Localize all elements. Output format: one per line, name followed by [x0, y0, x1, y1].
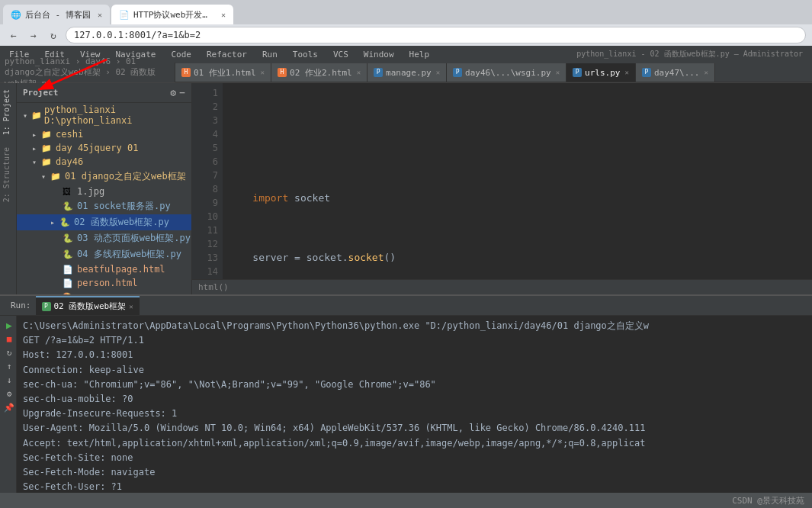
file-tree: ▾ 📁 python_lianxi D:\python_lianxi ▸ 📁 c…	[17, 103, 191, 294]
run-settings-button[interactable]: ⚙	[3, 387, 15, 400]
menu-refactor[interactable]: Refactor	[204, 50, 250, 59]
tree-label-jpg1: 1.jpg	[77, 186, 104, 197]
browser-toolbar: ← → ↻ 127.0.0.1:8001/?a=1&b=2	[0, 24, 812, 46]
tab-close-1[interactable]: ✕	[221, 11, 226, 19]
tree-item-dynamic-web[interactable]: ▸ 🐍 03 动态页面板web框架.py	[17, 230, 191, 246]
code-content[interactable]: import socket server = socket.socket() I…	[223, 83, 812, 279]
sidebar: Project ⚙ − ▾ 📁 python_lianxi D:\python_…	[17, 83, 192, 294]
browser-tab-0[interactable]: 🌐 后台台 - 博客园 ✕	[3, 5, 110, 24]
editor-tab-label-0: 01 作业1.html	[194, 67, 256, 79]
tree-arrow-root: ▾	[23, 111, 31, 120]
tree-item-day46[interactable]: ▾ 📁 day46	[17, 155, 191, 169]
sidebar-header: Project ⚙ −	[17, 83, 191, 103]
forward-button[interactable]: →	[26, 27, 41, 43]
code-editor[interactable]: 1 2 3 4 5 6 7 8 9 10 11 12 13 14 15 16 1	[192, 83, 812, 294]
tree-root[interactable]: ▾ 📁 python_lianxi D:\python_lianxi	[17, 103, 191, 127]
tab-icon-py-5: P	[642, 68, 651, 77]
refresh-button[interactable]: ↻	[46, 27, 61, 43]
editor-tab-close-2[interactable]: ✕	[436, 69, 440, 76]
editor-tab-0[interactable]: H 01 作业1.html ✕	[175, 63, 271, 82]
code-footer-text: html()	[198, 282, 229, 292]
run-tab-close[interactable]: ✕	[129, 303, 133, 310]
run-controls: ▶ ■ ↻ ↑ ↓ ⚙ 📌	[0, 316, 17, 493]
tree-item-day45[interactable]: ▸ 📁 day 45jquery 01	[17, 141, 191, 155]
status-text: CSDN @景天科技苑	[732, 495, 804, 506]
sidebar-collapse-icon[interactable]: −	[179, 87, 185, 98]
editor-tab-2[interactable]: P manage.py ✕	[367, 63, 447, 82]
tree-item-django01[interactable]: ▾ 📁 01 django之自定义web框架	[17, 169, 191, 185]
editor-tab-4[interactable]: P urls.py ✕	[566, 63, 636, 82]
tree-label-ceshi: ceshi	[56, 129, 83, 140]
tree-item-person[interactable]: ▸ 📄 person.html	[17, 276, 191, 290]
tree-label-django01: 01 django之自定义web框架	[65, 170, 186, 183]
sidebar-settings-icon[interactable]: ⚙	[170, 87, 176, 98]
side-tools: 1: Project 2: Structure	[0, 83, 17, 294]
menu-run[interactable]: Run	[259, 50, 281, 59]
run-stop-button[interactable]: ■	[3, 333, 15, 345]
run-scroll-up-button[interactable]: ↑	[3, 360, 15, 372]
editor-tab-label-5: day47\...	[654, 68, 700, 78]
window-title: python_lianxi - 02 函数版web框架.py – Adminis…	[573, 49, 806, 59]
tree-label-func-web: 02 函数版web框架.py	[74, 216, 169, 229]
tree-item-beatful[interactable]: ▸ 📄 beatfulpage.html	[17, 262, 191, 276]
tree-label-socket: 01 socket服务器.py	[77, 200, 171, 213]
tab-icon-html-0: H	[181, 68, 191, 77]
editor-tab-close-4[interactable]: ✕	[624, 69, 628, 76]
menu-tools[interactable]: Tools	[290, 50, 321, 59]
tree-item-socket[interactable]: ▸ 🐍 01 socket服务器.py	[17, 198, 191, 214]
menu-help[interactable]: Help	[406, 50, 433, 59]
run-tabs: Run: P 02 函数版web框架 ✕	[0, 296, 812, 316]
editor-tab-close-3[interactable]: ✕	[556, 69, 560, 76]
tree-label-person: person.html	[77, 278, 137, 288]
address-text: 127.0.0.1:8001/?a=1&b=2	[74, 30, 201, 40]
project-tool[interactable]: 1: Project	[0, 83, 16, 141]
sidebar-title: Project	[23, 88, 58, 98]
tab-icon-py-3: P	[453, 68, 462, 77]
tree-item-jpg1[interactable]: ▸ 🖼 1.jpg	[17, 185, 191, 198]
editor-tab-3[interactable]: P day46\...\wsgi.py ✕	[447, 63, 566, 82]
run-scroll-down-button[interactable]: ↓	[3, 374, 15, 386]
status-bar: CSDN @景天科技苑	[0, 493, 812, 508]
menu-code[interactable]: Code	[168, 50, 194, 59]
tree-root-label: python_lianxi D:\python_lianxi	[44, 104, 191, 126]
editor-tab-5[interactable]: P day47\... ✕	[636, 63, 715, 82]
browser-tabs: 🌐 后台台 - 博客园 ✕ 📄 HTTP协议web开发笔... ✕	[0, 0, 812, 24]
tab-icon-html-1: H	[278, 68, 287, 77]
ide-container: File Edit View Navigate Code Refactor Ru…	[0, 46, 812, 508]
run-tab-active[interactable]: P 02 函数版web框架 ✕	[36, 296, 140, 315]
tab-icon-py-4: P	[573, 68, 582, 77]
browser-tab-1[interactable]: 📄 HTTP协议web开发笔... ✕	[111, 5, 233, 24]
editor-tab-close-0[interactable]: ✕	[261, 69, 265, 76]
tab-favicon-0: 🌐	[11, 9, 21, 20]
line-numbers: 1 2 3 4 5 6 7 8 9 10 11 12 13 14 15 16 1	[192, 83, 223, 279]
tree-label-beatful: beatfulpage.html	[77, 264, 165, 275]
editor-tab-label-1: 02 作业2.html	[290, 67, 352, 79]
tree-item-thread-web[interactable]: ▸ 🐍 04 多线程版web框架.py	[17, 246, 191, 262]
tree-item-func-web[interactable]: ▸ 🐍 02 函数版web框架.py	[17, 214, 191, 230]
run-pin-button[interactable]: 📌	[3, 401, 15, 413]
tab-label-0: 后台台 - 博客园	[25, 9, 91, 21]
run-label: Run:	[6, 301, 36, 310]
tab-icon-py-2: P	[374, 68, 383, 77]
code-area: 1 2 3 4 5 6 7 8 9 10 11 12 13 14 15 16 1	[192, 83, 812, 279]
menu-window[interactable]: Window	[361, 50, 397, 59]
editor-tab-close-1[interactable]: ✕	[357, 69, 361, 76]
run-tab-label: 02 函数版web框架	[54, 301, 127, 312]
main-content: 1: Project 2: Structure Project ⚙ − ▾ 📁 …	[0, 83, 812, 294]
tree-label-dynamic-web: 03 动态页面板web框架.py	[77, 232, 191, 245]
tree-item-ceshi[interactable]: ▸ 📁 ceshi	[17, 127, 191, 141]
editor-tab-1[interactable]: H 02 作业2.html ✕	[271, 63, 367, 82]
run-play-button[interactable]: ▶	[3, 319, 15, 331]
back-button[interactable]: ←	[6, 27, 21, 43]
editor-tab-label-4: urls.py	[585, 68, 620, 78]
editor-tab-label-2: manage.py	[386, 68, 432, 78]
tab-close-0[interactable]: ✕	[98, 11, 102, 19]
run-output[interactable]: C:\Users\Administrator\AppData\Local\Pro…	[17, 316, 812, 493]
editor-tab-close-5[interactable]: ✕	[704, 69, 708, 76]
address-bar[interactable]: 127.0.0.1:8001/?a=1&b=2	[66, 27, 806, 43]
sidebar-icons: ⚙ −	[170, 87, 185, 98]
structure-tool[interactable]: 2: Structure	[0, 141, 16, 208]
menu-vcs[interactable]: VCS	[330, 50, 351, 59]
run-rerun-button[interactable]: ↻	[3, 346, 15, 358]
tree-label-day45: day 45jquery 01	[56, 143, 138, 153]
